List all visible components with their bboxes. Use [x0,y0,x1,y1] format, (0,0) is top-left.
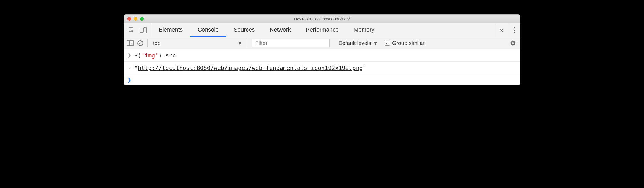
tab-memory[interactable]: Memory [346,23,382,37]
log-levels-label: Default levels [338,40,371,46]
chevron-double-right-icon: » [500,26,504,34]
console-input-row: ❯ $('img').src [124,49,520,62]
triangle-down-icon: ▼ [237,40,243,46]
tab-tools [124,23,151,37]
clear-console-icon[interactable] [137,40,143,46]
tab-console[interactable]: Console [190,23,226,37]
svg-point-5 [514,32,515,33]
console-output-row: ‹ "http://localhost:8080/web/images/web-… [124,62,520,74]
execution-context-select[interactable]: top ▼ [152,39,244,47]
console-prompt-row[interactable]: ❯ [124,74,520,85]
console-toolbar: top ▼ Default levels ▼ ✓ Group similar [124,37,520,49]
execution-context-label: top [153,40,160,46]
settings-menu-button[interactable] [509,23,520,37]
gear-icon [510,40,516,46]
svg-point-4 [514,29,515,30]
tab-performance[interactable]: Performance [298,23,346,37]
tabstrip: Elements Console Sources Network Perform… [124,23,520,37]
log-levels-select[interactable]: Default levels ▼ [338,40,378,46]
window-close-button[interactable] [127,17,131,21]
window-minimize-button[interactable] [134,17,137,21]
svg-line-9 [139,41,142,45]
window-title: DevTools - localhost:8080/web/ [124,17,520,21]
devtools-window: DevTools - localhost:8080/web/ Elements … [124,14,520,85]
group-similar-label: Group similar [392,40,425,46]
console-input-code: $('img').src [134,51,176,60]
console-settings-button[interactable] [510,40,517,46]
inspect-element-icon[interactable] [128,27,135,34]
output-chevron-icon: ‹ [127,63,131,71]
svg-rect-6 [127,41,133,46]
window-zoom-button[interactable] [140,17,144,21]
triangle-down-icon: ▼ [373,40,378,46]
sidebar-toggle-icon[interactable] [127,40,134,46]
filter-input[interactable] [252,39,330,47]
tabs-overflow-button[interactable]: » [494,23,509,37]
tab-elements[interactable]: Elements [151,23,190,37]
prompt-chevron-icon: ❯ [127,51,131,59]
group-similar-toggle[interactable]: ✓ Group similar [385,40,425,46]
tab-sources[interactable]: Sources [226,23,262,37]
console-output-value: "http://localhost:8080/web/images/web-fu… [134,63,366,72]
svg-point-3 [514,27,515,28]
device-toolbar-icon[interactable] [139,27,147,34]
svg-rect-1 [140,28,143,32]
active-prompt-chevron-icon: ❯ [127,76,131,84]
tabs: Elements Console Sources Network Perform… [151,23,494,37]
traffic-lights [124,17,144,21]
tab-network[interactable]: Network [262,23,298,37]
kebab-icon [514,27,515,33]
result-url-link[interactable]: http://localhost:8080/web/images/web-fun… [138,64,363,71]
checkbox-checked-icon: ✓ [385,41,390,46]
titlebar: DevTools - localhost:8080/web/ [124,15,520,23]
console-body: ❯ $('img').src ‹ "http://localhost:8080/… [124,49,520,85]
svg-rect-2 [144,27,146,33]
